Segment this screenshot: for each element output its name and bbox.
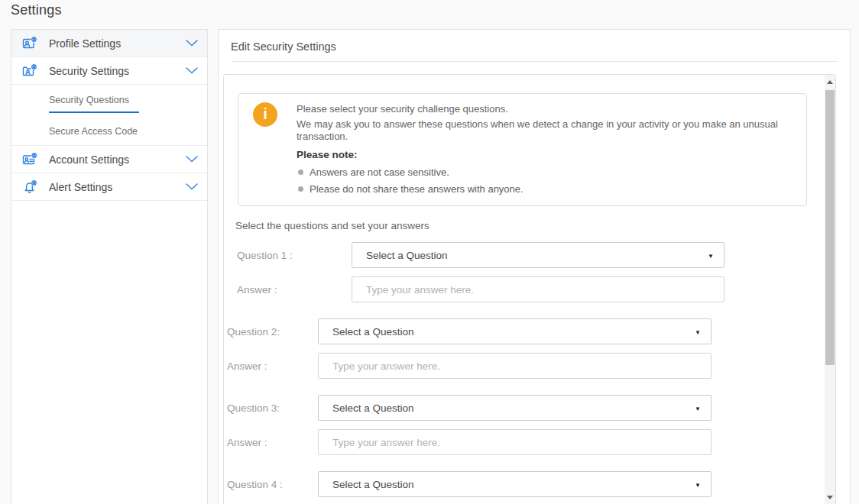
sidebar-item-label: Profile Settings [49,37,121,50]
answer-1-label: Answer : [224,284,352,296]
sidebar-item-alert-settings[interactable]: Alert Settings [11,173,207,201]
header-divider [231,61,838,62]
edit-security-settings-panel: Edit Security Settings i Please select y… [218,29,851,504]
question-3-select[interactable]: Select a Question ▼ [318,395,712,421]
question-2-label: Question 2: [224,326,318,338]
notice-bullet: Please do not share these answers with a… [297,183,791,195]
bullet-dot-icon [298,186,303,192]
scroll-down-button[interactable] [825,492,835,502]
bell-gear-icon [22,179,37,195]
question-4-select[interactable]: Select a Question ▼ [318,471,712,497]
answer-1-input[interactable] [352,276,724,302]
scroll-up-button[interactable] [825,76,835,87]
page-title: Settings [11,2,62,18]
chevron-down-icon [186,67,198,74]
select-caret-icon: ▼ [695,482,701,489]
sidebar-item-label: Security Settings [49,65,129,77]
notice-note-heading: Please note: [297,149,791,161]
question-group-2: Question 2: Select a Question ▼ Answer : [224,318,825,379]
question-group-1: Question 1 : Select a Question ▼ Answer … [224,242,825,302]
settings-sidebar: Profile Settings Security Settings Secur… [11,29,208,504]
bullet-dot-icon [298,170,303,175]
chevron-down-icon [186,183,198,190]
sidebar-item-label: Alert Settings [49,181,112,193]
info-icon: i [253,102,277,127]
select-caret-icon: ▼ [695,405,701,412]
question-4-label: Question 4 : [224,479,318,490]
security-settings-submenu: Security Questions Secure Access Code [11,85,207,146]
sidebar-item-label: Account Settings [49,153,129,166]
notice-bullet: Answers are not case sensitive. [297,166,791,178]
answer-3-input[interactable] [318,429,712,455]
sidebar-item-security-settings[interactable]: Security Settings [11,57,207,85]
question-1-select[interactable]: Select a Question ▼ [352,242,724,268]
profile-card-gear-icon [22,36,37,51]
account-card-gear-icon [22,152,37,167]
chevron-down-icon [186,40,198,47]
select-caret-icon: ▼ [695,329,701,336]
form-heading: Select the questions and set your answer… [235,219,825,232]
question-group-4: Question 4 : Select a Question ▼ Answer … [224,471,825,504]
question-1-label: Question 1 : [224,250,352,261]
vertical-scrollbar[interactable] [825,75,835,504]
answer-3-label: Answer : [224,437,318,448]
scroll-up-arrow-icon [827,80,833,84]
sidebar-subitem-security-questions[interactable]: Security Questions [11,85,207,113]
notice-line-1: Please select your security challenge qu… [297,103,791,115]
settings-scroll-area: i Please select your security challenge … [223,74,836,504]
question-group-3: Question 3: Select a Question ▼ Answer : [224,395,825,455]
select-caret-icon: ▼ [708,253,714,260]
sidebar-subitem-secure-access-code[interactable]: Secure Access Code [11,113,207,137]
panel-title: Edit Security Settings [231,40,838,53]
question-3-label: Question 3: [224,402,318,414]
security-questions-notice: i Please select your security challenge … [238,93,807,206]
question-2-select[interactable]: Select a Question ▼ [318,318,712,344]
scrollbar-thumb[interactable] [825,90,835,365]
sidebar-item-account-settings[interactable]: Account Settings [11,146,207,173]
notice-line-2: We may ask you to answer these questions… [297,118,791,143]
chevron-down-icon [186,156,198,163]
answer-2-input[interactable] [318,353,712,379]
sidebar-item-profile-settings[interactable]: Profile Settings [11,30,207,57]
scroll-down-arrow-icon [827,496,833,499]
answer-2-label: Answer : [224,360,318,372]
security-folder-gear-icon [22,63,37,79]
